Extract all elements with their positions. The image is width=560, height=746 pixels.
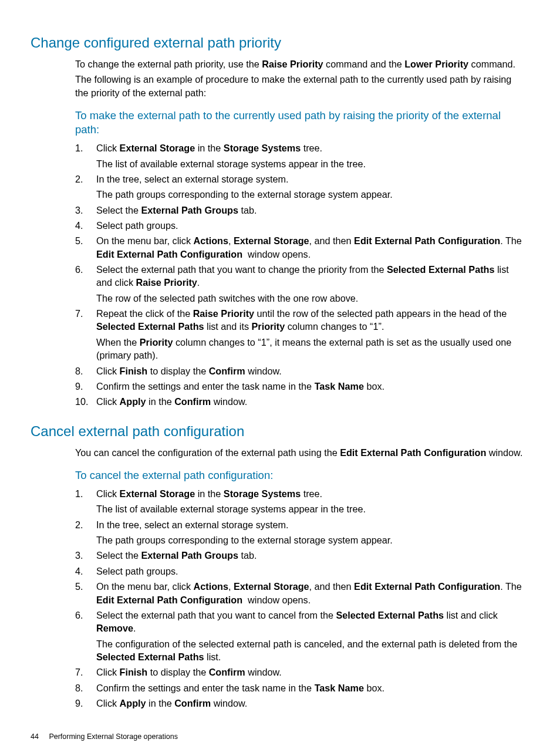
- step-text: Select the external path that you want t…: [96, 609, 524, 664]
- step-item: 9.Confirm the settings and enter the tas…: [75, 380, 524, 394]
- procedure-steps-list: 1.Click External Storage in the Storage …: [75, 487, 524, 711]
- step-number: 1.: [75, 487, 96, 517]
- step-number: 5.: [75, 234, 96, 262]
- step-item: 3.Select the External Path Groups tab.: [75, 204, 524, 218]
- step-number: 5.: [75, 580, 96, 607]
- intro-paragraph: To change the external path priority, us…: [75, 58, 524, 70]
- procedure-subheading: To cancel the external path configuratio…: [75, 468, 524, 482]
- step-number: 6.: [75, 263, 96, 306]
- step-number: 7.: [75, 666, 96, 680]
- page-number: 44: [31, 732, 39, 742]
- step-item: 5.On the menu bar, click Actions, Extern…: [75, 234, 524, 262]
- step-number: 9.: [75, 380, 96, 394]
- step-number: 1.: [75, 141, 96, 171]
- step-item: 10.Click Apply in the Confirm window.: [75, 395, 524, 409]
- step-number: 9.: [75, 697, 96, 711]
- step-item: 7.Click Finish to display the Confirm wi…: [75, 666, 524, 680]
- step-text: Click Apply in the Confirm window.: [96, 697, 524, 711]
- step-text: Click Finish to display the Confirm wind…: [96, 364, 524, 379]
- step-number: 3.: [75, 549, 96, 563]
- step-text: Click Finish to display the Confirm wind…: [96, 666, 524, 680]
- step-text: In the tree, select an external storage …: [96, 518, 524, 548]
- step-item: 5.On the menu bar, click Actions, Extern…: [75, 580, 524, 607]
- step-number: 8.: [75, 681, 96, 696]
- step-number: 4.: [75, 219, 96, 233]
- step-text: Select the external path that you want t…: [96, 263, 524, 306]
- step-text: Select the External Path Groups tab.: [96, 204, 524, 218]
- step-text: Select the External Path Groups tab.: [96, 549, 524, 563]
- step-text: In the tree, select an external storage …: [96, 173, 524, 202]
- step-text: Repeat the click of the Raise Priority u…: [96, 307, 524, 363]
- step-number: 2.: [75, 173, 96, 202]
- step-item: 7.Repeat the click of the Raise Priority…: [75, 307, 524, 363]
- step-item: 1.Click External Storage in the Storage …: [75, 141, 524, 171]
- step-item: 6.Select the external path that you want…: [75, 609, 524, 664]
- step-item: 4.Select path groups.: [75, 565, 524, 579]
- step-number: 10.: [75, 395, 96, 409]
- step-item: 2.In the tree, select an external storag…: [75, 173, 524, 202]
- procedure-subheading: To make the external path to the current…: [75, 109, 524, 137]
- chapter-title: Performing External Storage operations: [49, 733, 178, 741]
- step-item: 9.Click Apply in the Confirm window.: [75, 697, 524, 711]
- procedure-steps-list: 1.Click External Storage in the Storage …: [75, 141, 524, 409]
- step-text: Select path groups.: [96, 219, 524, 233]
- step-item: 2.In the tree, select an external storag…: [75, 518, 524, 548]
- page-footer: 44 Performing External Storage operation…: [31, 732, 524, 742]
- intro-paragraph: You can cancel the configuration of the …: [75, 446, 524, 459]
- step-text: Click Apply in the Confirm window.: [96, 395, 524, 409]
- section-heading-cancel-config: Cancel external path configuration: [31, 423, 524, 440]
- section-heading-change-priority: Change configured external path priority: [31, 34, 524, 52]
- step-text: Click External Storage in the Storage Sy…: [96, 141, 524, 171]
- step-number: 3.: [75, 204, 96, 218]
- step-number: 8.: [75, 364, 96, 379]
- step-text: On the menu bar, click Actions, External…: [96, 580, 524, 607]
- step-item: 6.Select the external path that you want…: [75, 263, 524, 306]
- step-item: 4.Select path groups.: [75, 219, 524, 233]
- step-item: 8.Click Finish to display the Confirm wi…: [75, 364, 524, 379]
- step-text: On the menu bar, click Actions, External…: [96, 234, 524, 262]
- step-text: Select path groups.: [96, 565, 524, 579]
- step-number: 6.: [75, 609, 96, 664]
- step-text: Click External Storage in the Storage Sy…: [96, 487, 524, 517]
- step-number: 4.: [75, 565, 96, 579]
- step-item: 1.Click External Storage in the Storage …: [75, 487, 524, 517]
- step-text: Confirm the settings and enter the task …: [96, 380, 524, 394]
- step-text: Confirm the settings and enter the task …: [96, 681, 524, 696]
- intro-paragraph: The following is an example of procedure…: [75, 73, 524, 99]
- step-number: 2.: [75, 518, 96, 548]
- step-item: 8.Confirm the settings and enter the tas…: [75, 681, 524, 696]
- step-item: 3.Select the External Path Groups tab.: [75, 549, 524, 563]
- step-number: 7.: [75, 307, 96, 363]
